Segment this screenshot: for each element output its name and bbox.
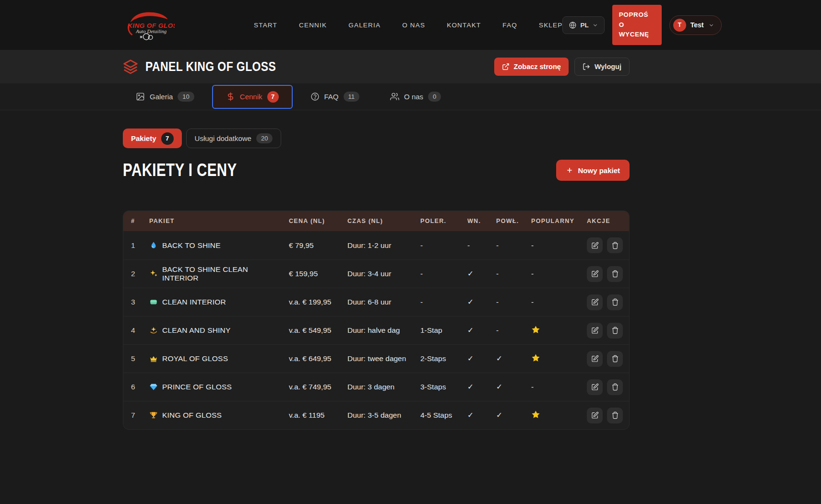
cell-poler: 4-5 Staps [420,411,467,420]
delete-package-button[interactable] [607,237,623,253]
package-name: ROYAL OF GLOSS [162,354,228,363]
nav-link-kontakt[interactable]: KONTAKT [447,22,481,29]
cell-actions [587,294,623,310]
edit-package-button[interactable] [587,351,603,367]
plus-icon [566,166,573,174]
chevron-down-icon [592,22,598,28]
column-header-wn: WN. [467,218,496,224]
cell-actions [587,266,623,282]
column-header-cena-nl: CENA (NL) [289,218,347,224]
table-row: 6PRINCE OF GLOSSv.a. € 749,95Duur: 3 dag… [123,373,629,401]
cell-package-name: ROYAL OF GLOSS [149,354,289,363]
tabs-container: Galeria10Cennik7FAQ11O nas0 [123,83,630,110]
cell-price: v.a. € 649,95 [289,354,347,363]
subtab-pakiety[interactable]: Pakiety7 [123,129,182,148]
cell-price: v.a. € 1195 [289,411,347,420]
delete-package-button[interactable] [607,294,623,310]
logout-button[interactable]: Wyloguj [574,58,630,76]
main-navigation: STARTCENNIKGALERIAO NASKONTAKTFAQSKLEP [254,22,562,29]
cell-powl: ✓ [496,354,531,363]
tab-o-nas[interactable]: O nas0 [377,83,454,110]
cell-package-name: CLEAN AND SHINY [149,326,289,335]
edit-package-button[interactable] [587,266,603,282]
trash-icon [611,242,619,249]
package-name: BACK TO SHINE [162,241,221,250]
avatar: T [673,19,686,32]
section-title: PAKIETY I CENY [123,160,237,180]
trash-icon [611,355,619,363]
logout-label: Wyloguj [595,63,621,70]
user-menu[interactable]: T Test [669,15,722,35]
edit-package-button[interactable] [587,237,603,253]
cell-wn: ✓ [467,411,496,420]
subtab-us-ugi-dodatkowe[interactable]: Usługi dodatkowe20 [186,129,282,148]
nav-link-galeria[interactable]: GALERIA [348,22,381,29]
table-row: 1BACK TO SHINE€ 79,95Duur: 1-2 uur---- [123,231,629,259]
nav-link-cennik[interactable]: CENNIK [299,22,327,29]
cell-popular: - [531,241,587,250]
cell-number: 2 [131,270,149,278]
cell-time: Duur: halve dag [347,326,420,335]
tab-label: O nas [404,93,423,101]
view-site-button[interactable]: Zobacz stronę [494,58,569,76]
tab-count-badge: 7 [267,91,279,103]
cell-number: 4 [131,326,149,335]
subtab-count-badge: 7 [161,132,174,145]
tab-galeria[interactable]: Galeria10 [123,83,207,110]
user-name: Test [690,21,704,29]
cell-package-name: BACK TO SHINE CLEAN INTERIOR [149,265,289,282]
nav-link-faq[interactable]: FAQ [502,22,517,29]
request-quote-button[interactable]: POPROŚ O WYCENĘ [612,5,662,45]
admin-tabbar: Galeria10Cennik7FAQ11O nas0 [0,83,821,110]
cell-poler: - [420,298,467,306]
dollar-icon [226,92,235,101]
star-icon [531,353,540,363]
delete-package-button[interactable] [607,323,623,339]
cell-number: 3 [131,298,149,306]
cell-number: 5 [131,354,149,363]
new-package-button[interactable]: Nowy pakiet [556,160,630,181]
crown-icon [149,354,158,363]
nav-link-o-nas[interactable]: O NAS [402,22,425,29]
star-icon [531,410,540,419]
nav-link-sklep[interactable]: SKLEP [539,22,563,29]
table-row: 3CLEAN INTERIORv.a. € 199,95Duur: 6-8 uu… [123,288,629,316]
edit-icon [591,383,599,391]
subtab-count-badge: 20 [256,133,273,143]
tab-faq[interactable]: FAQ11 [297,83,373,110]
table-row: 2BACK TO SHINE CLEAN INTERIOR€ 159,95Duu… [123,259,629,288]
table-row: 7KING OF GLOSSv.a. € 1195Duur: 3-5 dagen… [123,401,629,429]
cell-wn: ✓ [467,326,496,335]
cell-time: Duur: 3 dagen [347,383,420,391]
edit-package-button[interactable] [587,323,603,339]
users-icon [390,92,399,101]
delete-package-button[interactable] [607,351,623,367]
cell-time: Duur: 3-5 dagen [347,411,420,420]
delete-package-button[interactable] [607,379,623,395]
external-link-icon [502,63,510,70]
trash-icon [611,383,619,391]
new-package-label: Nowy pakiet [578,166,620,175]
edit-icon [591,327,599,334]
edit-package-button[interactable] [587,294,603,310]
brand-logo[interactable]: KING OF GLOSS Auto Detailing [123,7,175,43]
column-header-czas-nl: CZAS (NL) [347,218,420,224]
language-selector[interactable]: PL [562,16,604,34]
droplet-icon [149,241,158,250]
delete-package-button[interactable] [607,408,623,423]
cell-poler: 1-Stap [420,326,467,335]
delete-package-button[interactable] [607,266,623,282]
sponge-icon [149,298,158,306]
cell-popular: - [531,270,587,278]
cell-wn: ✓ [467,298,496,306]
page-title: PANEL KING OF GLOSS [145,59,276,74]
tab-cennik[interactable]: Cennik7 [212,85,293,109]
cell-number: 7 [131,411,149,420]
cell-package-name: CLEAN INTERIOR [149,298,289,306]
cell-wn: ✓ [467,383,496,391]
edit-package-button[interactable] [587,379,603,395]
edit-package-button[interactable] [587,408,603,423]
nav-link-start[interactable]: START [254,22,277,29]
cell-powl: ✓ [496,383,531,391]
cell-actions [587,408,623,423]
